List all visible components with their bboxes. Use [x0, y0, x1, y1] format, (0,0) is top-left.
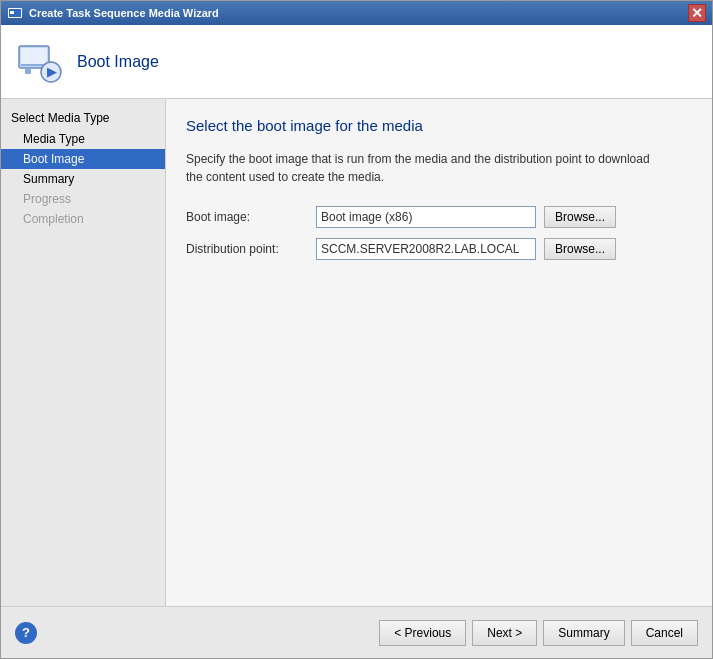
boot-image-label: Boot image:: [186, 210, 316, 224]
svg-rect-6: [25, 68, 31, 74]
footer-buttons: < Previous Next > Summary Cancel: [379, 620, 698, 646]
title-bar: Create Task Sequence Media Wizard ✕: [1, 1, 712, 25]
header-icon: ▶: [15, 38, 63, 86]
wizard-window: Create Task Sequence Media Wizard ✕ ▶ Bo…: [0, 0, 713, 659]
wizard-header: ▶ Boot Image: [1, 25, 712, 99]
help-button[interactable]: ?: [15, 622, 37, 644]
sidebar-item-summary[interactable]: Summary: [1, 169, 165, 189]
footer-left: ?: [15, 622, 37, 644]
window-title: Create Task Sequence Media Wizard: [29, 7, 219, 19]
wizard-footer: ? < Previous Next > Summary Cancel: [1, 606, 712, 658]
sidebar-item-completion: Completion: [1, 209, 165, 229]
main-content: Select the boot image for the media Spec…: [166, 99, 712, 606]
summary-button[interactable]: Summary: [543, 620, 624, 646]
close-button[interactable]: ✕: [688, 4, 706, 22]
page-title: Select the boot image for the media: [186, 117, 692, 134]
svg-rect-2: [10, 11, 14, 14]
sidebar-group-label: Select Media Type: [1, 107, 165, 129]
svg-text:▶: ▶: [47, 65, 57, 79]
distribution-point-label: Distribution point:: [186, 242, 316, 256]
distribution-point-browse-button[interactable]: Browse...: [544, 238, 616, 260]
page-description: Specify the boot image that is run from …: [186, 150, 666, 186]
svg-rect-4: [21, 48, 47, 64]
boot-image-row: Boot image: Browse...: [186, 206, 692, 228]
boot-image-browse-button[interactable]: Browse...: [544, 206, 616, 228]
boot-image-input[interactable]: [316, 206, 536, 228]
distribution-point-row: Distribution point: Browse...: [186, 238, 692, 260]
header-title: Boot Image: [77, 53, 159, 71]
wizard-icon: [7, 5, 23, 21]
sidebar-item-media-type[interactable]: Media Type: [1, 129, 165, 149]
title-bar-left: Create Task Sequence Media Wizard: [7, 5, 219, 21]
content-area: Select Media Type Media Type Boot Image …: [1, 99, 712, 606]
sidebar: Select Media Type Media Type Boot Image …: [1, 99, 166, 606]
sidebar-item-progress: Progress: [1, 189, 165, 209]
cancel-button[interactable]: Cancel: [631, 620, 698, 646]
next-button[interactable]: Next >: [472, 620, 537, 646]
distribution-point-input[interactable]: [316, 238, 536, 260]
previous-button[interactable]: < Previous: [379, 620, 466, 646]
sidebar-item-boot-image[interactable]: Boot Image: [1, 149, 165, 169]
